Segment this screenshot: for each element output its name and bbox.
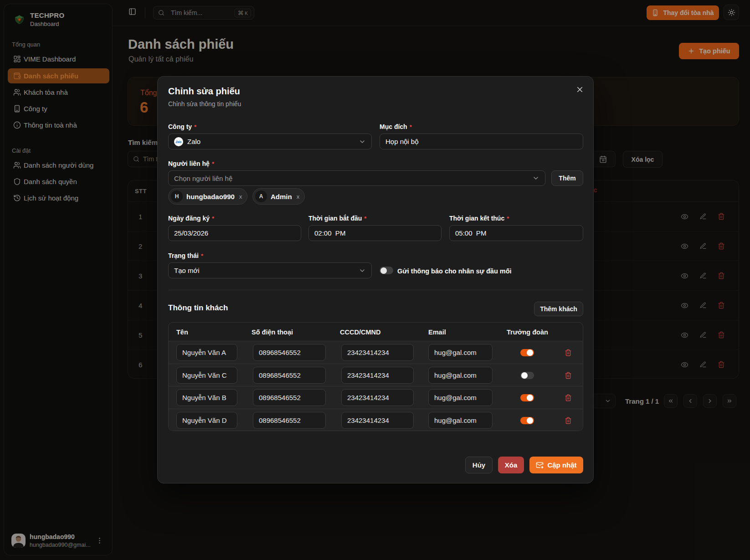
svg-text:Zalo: Zalo xyxy=(175,140,182,143)
